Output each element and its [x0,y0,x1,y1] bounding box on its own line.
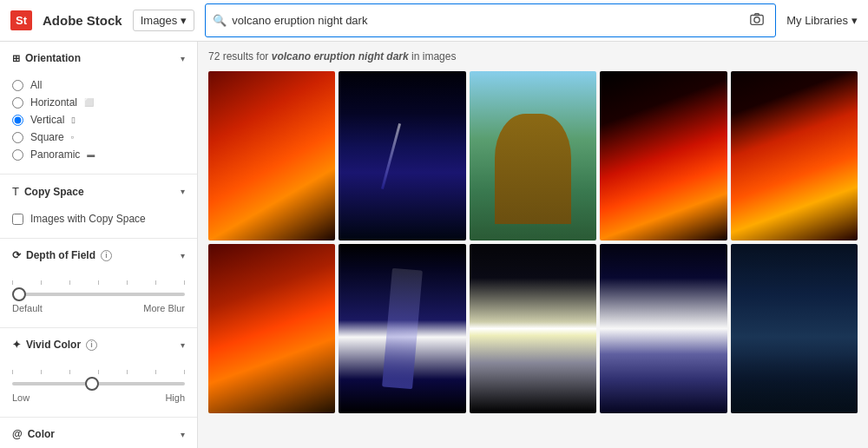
depth-info-icon[interactable]: i [101,250,112,261]
vivid-slider-container: Low High [12,363,185,406]
vivid-label-right: High [165,392,185,403]
image-tile[interactable] [339,71,465,240]
results-context: in images [409,50,457,63]
depth-tick-row [12,279,185,286]
svg-point-1 [754,17,760,23]
search-icon: 🔍 [213,14,227,27]
my-libraries-label: My Libraries [786,14,848,27]
header: St Adobe Stock Images ▾ 🔍 My Libraries ▾ [0,0,868,42]
vertical-orient-icon: ▯ [71,115,76,124]
depth-of-field-content: Default More Blur [0,270,197,327]
chevron-down-icon: ▾ [852,14,858,27]
depth-of-field-title: ⟳ Depth of Field i [12,249,112,261]
search-type-label: Images [141,14,178,27]
results-query: volcano eruption night dark [272,50,409,63]
vivid-slider-thumb[interactable] [85,377,99,391]
results-bar: 72 results for volcano eruption night da… [208,50,858,63]
copy-space-header[interactable]: T Copy Space ▾ [0,175,197,207]
depth-label-right: More Blur [143,303,185,313]
vivid-color-icon: ✦ [12,339,21,351]
images-with-copy-space[interactable]: Images with Copy Space [12,210,185,227]
orientation-vertical[interactable]: Vertical ▯ [12,111,185,128]
vivid-color-header[interactable]: ✦ Vivid Color i ▾ [0,328,197,359]
search-type-dropdown[interactable]: Images ▾ [133,10,195,31]
image-tile[interactable] [470,71,596,240]
vivid-color-info-icon[interactable]: i [86,339,97,351]
color-title: @ Color [12,428,55,440]
orientation-options: All Horizontal ⬜ Vertical ▯ Square ▫ [0,73,197,174]
brand-name: Adobe Stock [43,13,122,28]
color-chevron-icon: ▾ [181,430,185,439]
vivid-color-content: Low High [0,359,197,417]
orientation-section: ⊞ Orientation ▾ All Horizontal ⬜ Vertica… [0,42,197,175]
depth-chevron-icon: ▾ [181,251,185,260]
vivid-color-title: ✦ Vivid Color i [12,339,97,351]
orientation-all[interactable]: All [12,76,185,94]
search-bar: 🔍 [205,3,776,37]
orientation-title: ⊞ Orientation [12,52,81,64]
color-header[interactable]: @ Color ▾ [0,418,197,448]
camera-search-button[interactable] [746,8,768,33]
horizontal-orient-icon: ⬜ [84,98,94,107]
vivid-slider-labels: Low High [12,392,185,403]
copy-space-chevron-icon: ▾ [181,187,185,196]
vivid-tick-row [12,368,185,375]
image-tile[interactable] [600,244,727,413]
sidebar: ⊞ Orientation ▾ All Horizontal ⬜ Vertica… [0,42,198,448]
color-section: @ Color ▾ [0,418,197,448]
adobe-stock-logo: St [10,10,32,30]
square-orient-icon: ▫ [71,133,74,142]
panoramic-orient-icon: ▬ [87,150,95,159]
depth-of-field-section: ⟳ Depth of Field i ▾ [0,239,197,328]
content-area: 72 results for volcano eruption night da… [198,42,868,448]
copy-space-title: T Copy Space [12,185,84,198]
image-tile[interactable] [339,244,465,413]
copy-space-section: T Copy Space ▾ Images with Copy Space [0,175,197,239]
orientation-horizontal[interactable]: Horizontal ⬜ [12,94,185,111]
image-tile[interactable] [731,71,858,240]
vivid-color-chevron-icon: ▾ [181,340,185,350]
image-tile[interactable] [600,71,727,240]
orientation-header[interactable]: ⊞ Orientation ▾ [0,42,197,73]
my-libraries-button[interactable]: My Libraries ▾ [786,14,858,27]
main-area: ⊞ Orientation ▾ All Horizontal ⬜ Vertica… [0,42,868,448]
orientation-panoramic[interactable]: Panoramic ▬ [12,146,185,163]
image-grid [208,71,858,413]
image-tile[interactable] [470,244,596,413]
image-tile[interactable] [731,244,858,413]
depth-icon: ⟳ [12,249,21,261]
depth-slider-track[interactable] [12,293,185,296]
orientation-square[interactable]: Square ▫ [12,128,185,146]
color-icon: @ [12,428,23,440]
depth-slider-labels: Default More Blur [12,303,185,313]
orientation-icon: ⊞ [12,53,20,64]
vivid-color-section: ✦ Vivid Color i ▾ [0,328,197,418]
copy-space-options: Images with Copy Space [0,207,197,238]
image-tile[interactable] [208,244,335,413]
depth-slider-container: Default More Blur [12,273,185,317]
chevron-down-icon: ▾ [181,14,187,27]
vivid-label-left: Low [12,392,30,403]
copy-space-icon: T [12,185,19,198]
depth-of-field-header[interactable]: ⟳ Depth of Field i ▾ [0,239,197,270]
image-tile[interactable] [208,71,335,240]
search-input[interactable] [232,14,740,27]
depth-slider-thumb[interactable] [12,287,26,301]
orientation-chevron-icon: ▾ [181,54,185,63]
depth-label-left: Default [12,303,43,313]
vivid-slider-track[interactable] [12,382,185,385]
results-count: 72 results for [208,50,272,63]
